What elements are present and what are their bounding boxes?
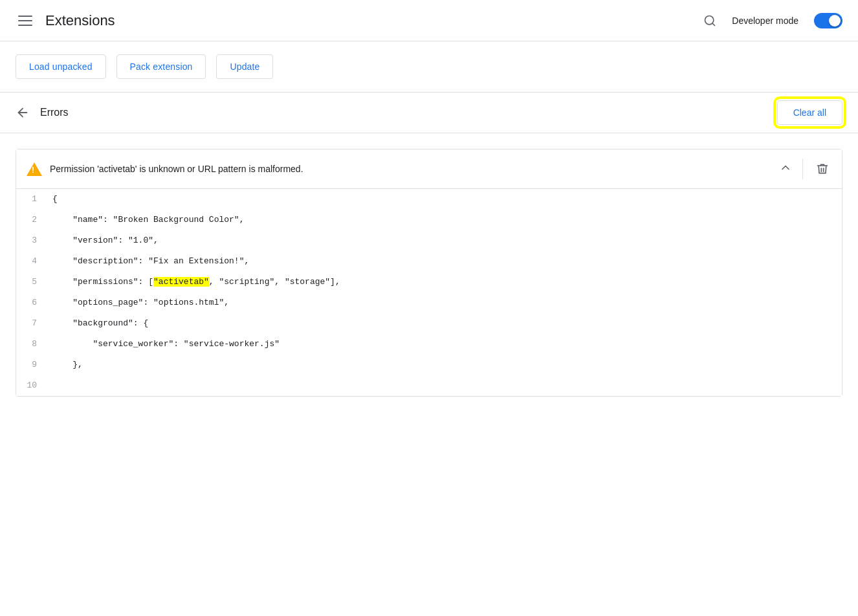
chevron-up-icon[interactable] xyxy=(779,161,792,177)
back-icon[interactable] xyxy=(16,105,30,120)
line-content: "version": "1.0", xyxy=(47,232,842,250)
errors-title: Errors xyxy=(40,107,69,118)
svg-line-1 xyxy=(712,23,715,25)
code-line: 3 "version": "1.0", xyxy=(16,230,842,251)
header-right: Developer mode xyxy=(698,9,842,32)
warning-icon xyxy=(27,161,42,177)
menu-icon[interactable] xyxy=(16,13,35,28)
line-content: "service_worker": "service-worker.js" xyxy=(47,335,842,353)
code-line: 8 "service_worker": "service-worker.js" xyxy=(16,334,842,355)
line-number: 2 xyxy=(16,211,47,229)
error-header: Permission 'activetab' is unknown or URL… xyxy=(16,149,842,188)
line-number: 1 xyxy=(16,190,47,208)
header: Extensions Developer mode xyxy=(0,0,858,41)
developer-mode-label: Developer mode xyxy=(732,16,798,26)
code-line: 4 "description": "Fix an Extension!", xyxy=(16,251,842,272)
error-header-right xyxy=(779,159,831,179)
line-number: 6 xyxy=(16,294,47,312)
code-line: 6 "options_page": "options.html", xyxy=(16,292,842,313)
code-line: 7 "background": { xyxy=(16,313,842,334)
line-number: 5 xyxy=(16,273,47,291)
header-left: Extensions xyxy=(16,12,115,29)
line-content: }, xyxy=(47,356,842,374)
delete-icon[interactable] xyxy=(813,159,831,179)
toolbar: Load unpacked Pack extension Update xyxy=(0,41,858,92)
line-content: { xyxy=(47,190,842,208)
line-number: 9 xyxy=(16,356,47,374)
update-button[interactable]: Update xyxy=(216,54,273,79)
line-number: 3 xyxy=(16,232,47,250)
line-number: 4 xyxy=(16,252,47,270)
code-line: 9 }, xyxy=(16,355,842,375)
error-header-left: Permission 'activetab' is unknown or URL… xyxy=(27,161,303,177)
developer-mode-toggle[interactable] xyxy=(814,13,842,28)
page-title: Extensions xyxy=(45,12,115,29)
clear-all-button[interactable]: Clear all xyxy=(777,100,842,125)
error-message: Permission 'activetab' is unknown or URL… xyxy=(50,164,303,174)
warning-triangle xyxy=(27,162,42,176)
line-content: "background": { xyxy=(47,314,842,333)
line-number: 10 xyxy=(16,377,47,395)
section-divider xyxy=(802,159,803,179)
pack-extension-button[interactable]: Pack extension xyxy=(116,54,206,79)
errors-bar: Errors Clear all xyxy=(0,92,858,133)
error-section: Permission 'activetab' is unknown or URL… xyxy=(16,149,842,397)
code-line: 1{ xyxy=(16,189,842,210)
line-content: "permissions": ["activetab", "scripting"… xyxy=(47,273,842,291)
line-content: "description": "Fix an Extension!", xyxy=(47,252,842,270)
line-content: "options_page": "options.html", xyxy=(47,294,842,312)
errors-bar-left: Errors xyxy=(16,105,69,120)
line-content: "name": "Broken Background Color", xyxy=(47,211,842,229)
code-line: 2 "name": "Broken Background Color", xyxy=(16,210,842,230)
search-icon[interactable] xyxy=(698,9,721,32)
highlighted-text: "activetab" xyxy=(153,277,209,287)
line-number: 8 xyxy=(16,335,47,353)
code-line: 10 xyxy=(16,375,842,396)
code-block: 1{2 "name": "Broken Background Color",3 … xyxy=(16,188,842,396)
line-number: 7 xyxy=(16,314,47,333)
load-unpacked-button[interactable]: Load unpacked xyxy=(16,54,106,79)
code-line: 5 "permissions": ["activetab", "scriptin… xyxy=(16,272,842,292)
